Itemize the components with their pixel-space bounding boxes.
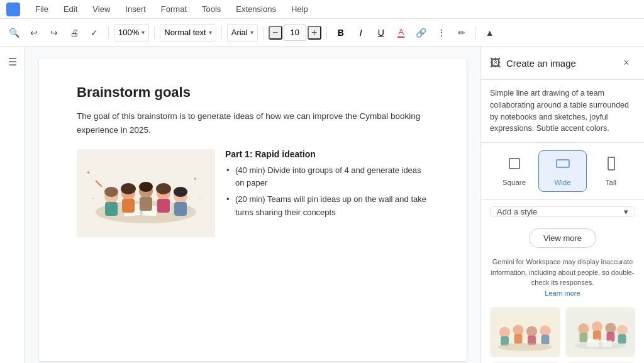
search-button[interactable]: 🔍 [5, 24, 23, 42]
svg-point-45 [616, 325, 627, 335]
svg-point-39 [578, 323, 589, 334]
text-style-value: Normal text [164, 28, 206, 37]
wide-label: Wide [554, 179, 570, 186]
document-title: Brainstorm goals [77, 84, 429, 101]
zoom-select[interactable]: 100% ▾ [114, 24, 149, 42]
italic-button[interactable]: I [352, 24, 370, 42]
view-more-button[interactable]: View more [529, 228, 596, 248]
zoom-value: 100% [118, 28, 139, 37]
svg-rect-6 [105, 202, 118, 216]
svg-text:•: • [92, 196, 94, 200]
collapse-button[interactable]: ▲ [481, 24, 499, 42]
panel-close-button[interactable]: × [618, 54, 635, 72]
panel-disclaimer: Gemini for Workspace may display inaccur… [481, 253, 644, 302]
menu-bar: File Edit View Insert Format Tools Exten… [0, 0, 644, 19]
toolbar-divider-3 [221, 26, 222, 39]
bullet-item-2: (20 min) Teams will pin ideas up on the … [225, 193, 429, 218]
link-button[interactable]: 🔗 [413, 24, 430, 42]
toolbar-divider-5 [326, 26, 327, 39]
svg-text:✦: ✦ [193, 176, 197, 182]
font-size-decrease[interactable]: − [269, 26, 282, 40]
menu-toggle-icon: ☰ [8, 56, 17, 68]
redo-button[interactable]: ↪ [45, 24, 63, 42]
spell-button[interactable]: ✓ [86, 24, 103, 42]
svg-rect-36 [541, 335, 550, 344]
toolbar-divider-1 [108, 26, 109, 39]
toolbar: 🔍 ↩ ↪ 🖨 ✓ 100% ▾ Normal text ▾ Arial ▾ −… [0, 19, 644, 47]
toolbar-divider-2 [154, 26, 155, 39]
style-dropdown[interactable]: Add a style ▾ [490, 206, 635, 217]
svg-point-47 [574, 342, 626, 349]
sidebar-toggle-button[interactable]: ☰ [4, 53, 21, 70]
svg-rect-18 [174, 202, 187, 216]
svg-rect-26 [557, 160, 569, 167]
undo-button[interactable]: ↩ [25, 24, 43, 42]
pencil-icon: ✏ [458, 28, 465, 38]
panel-description: Simple line art drawing of a team collab… [481, 80, 644, 143]
menu-help[interactable]: Help [289, 3, 311, 15]
team-illustration-svg: ✦ ✦ • • [77, 149, 215, 237]
shape-option-wide[interactable]: Wide [538, 150, 587, 192]
style-placeholder: Add a style [497, 207, 537, 216]
grid-image-2[interactable] [565, 307, 636, 357]
svg-rect-9 [122, 199, 135, 213]
svg-text:•: • [199, 196, 201, 200]
wide-shape-icon [555, 156, 570, 175]
more-vert-icon: ⋮ [437, 28, 446, 38]
square-label: Square [502, 179, 526, 186]
menu-file[interactable]: File [33, 3, 51, 15]
svg-point-19 [174, 187, 187, 197]
svg-point-41 [591, 321, 602, 332]
menu-view[interactable]: View [90, 3, 113, 15]
svg-point-16 [156, 183, 171, 194]
font-select[interactable]: Arial ▾ [227, 24, 258, 42]
panel-header: 🖼 Create an image × [481, 47, 644, 80]
svg-point-10 [121, 183, 136, 194]
menu-tools[interactable]: Tools [199, 3, 223, 15]
panel-title-row: 🖼 Create an image [490, 57, 576, 70]
svg-point-33 [526, 326, 537, 337]
shape-option-tall[interactable]: Tall [587, 150, 635, 192]
menu-format[interactable]: Format [158, 3, 189, 15]
print-button[interactable]: 🖨 [65, 24, 83, 42]
chevron-up-icon: ▲ [486, 28, 494, 38]
font-value: Arial [231, 28, 248, 37]
menu-extensions[interactable]: Extensions [233, 3, 279, 15]
document-area[interactable]: Brainstorm goals The goal of this brains… [25, 47, 480, 363]
svg-point-7 [104, 187, 118, 197]
underline-button[interactable]: U [372, 24, 390, 42]
document-description: The goal of this brainstorm is to genera… [77, 109, 429, 137]
right-panel: 🖼 Create an image × Simple line art draw… [480, 47, 644, 363]
font-size-increase[interactable]: + [308, 26, 321, 40]
svg-point-35 [540, 325, 550, 336]
svg-rect-46 [618, 334, 626, 343]
bold-button[interactable]: B [332, 24, 350, 42]
more-options-button[interactable]: ⋮ [433, 24, 450, 42]
svg-rect-12 [140, 197, 152, 211]
svg-point-31 [513, 325, 523, 335]
shape-option-square[interactable]: Square [490, 150, 538, 192]
menu-edit[interactable]: Edit [61, 3, 80, 15]
svg-text:✦: ✦ [86, 170, 91, 176]
toolbar-divider-4 [263, 26, 264, 39]
learn-more-link[interactable]: Learn more [545, 289, 580, 297]
bullet-list: (40 min) Divide into groups of 4 and gen… [225, 164, 429, 219]
svg-rect-48 [587, 339, 599, 347]
panel-title: Create an image [506, 58, 576, 69]
pencil-button[interactable]: ✏ [453, 24, 470, 42]
sidebar-toggle: ☰ [0, 47, 25, 363]
text-style-select[interactable]: Normal text ▾ [160, 24, 216, 42]
menu-insert[interactable]: Insert [123, 3, 148, 15]
grid-image-1[interactable] [490, 307, 560, 357]
zoom-arrow: ▾ [142, 29, 145, 36]
doc-text-content: Part 1: Rapid ideation (40 min) Divide i… [225, 149, 429, 223]
svg-rect-32 [514, 334, 523, 343]
content-block: ✦ ✦ • • Part 1: Rapid ideation (40 min) … [77, 149, 429, 237]
svg-rect-27 [608, 157, 614, 170]
svg-rect-25 [509, 159, 519, 169]
font-size-input[interactable] [284, 25, 306, 41]
bullet-item-1: (40 min) Divide into groups of 4 and gen… [225, 164, 429, 189]
font-size-controls: − + [269, 25, 321, 41]
font-color-button[interactable]: A [392, 24, 410, 42]
style-arrow-icon: ▾ [624, 207, 628, 216]
